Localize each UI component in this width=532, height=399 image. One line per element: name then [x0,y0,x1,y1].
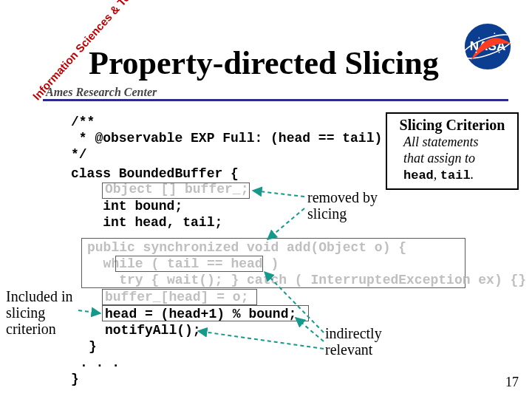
svg-point-5 [499,52,500,53]
code-head-assign: head = (head+1) % bound; [105,306,296,322]
svg-line-12 [198,331,324,349]
code-ellipsis: . . . [80,355,120,371]
page-number: 17 [505,375,519,390]
svg-point-6 [476,52,477,53]
ames-label: Ames Research Center [46,86,157,99]
crit-sep: , [434,167,440,182]
crit-var-tail: tail [440,168,471,183]
code-class-close: } [71,371,79,387]
nasa-logo: NASA [458,21,517,72]
crit-var-head: head [403,168,434,183]
code-javadoc: /** * @observable EXP Full: (head == tai… [71,114,382,163]
crit-line-2: that assign to [403,151,475,166]
crit-line-1: All statements [403,134,479,149]
label-indirectly-relevant: indirectly relevant [325,325,382,358]
code-class-decl: class BoundedBuffer { int bound; int hea… [71,166,278,231]
label-removed-by-slicing: removed by slicing [307,189,378,222]
slicing-criterion-body: All statements that assign to head, tail… [393,134,511,184]
header-rule [43,99,508,101]
svg-point-3 [478,37,480,38]
label-included-in-criterion: Included in slicing criterion [6,288,87,337]
slicing-criterion-title: Slicing Criterion [393,117,511,134]
removed-text-buffer-decl: Object [] buffer_; [105,182,248,197]
code-brace-close: } [89,338,97,355]
slicing-criterion-box: Slicing Criterion All statements that as… [386,112,519,190]
svg-point-4 [494,33,495,34]
code-notify: notifyAll(); [105,322,201,338]
inner-box-loop-cond [115,256,263,272]
slide-title: Property-directed Slicing [89,44,439,82]
crit-period: . [471,167,474,182]
removed-box-buffer-assign [102,289,257,305]
